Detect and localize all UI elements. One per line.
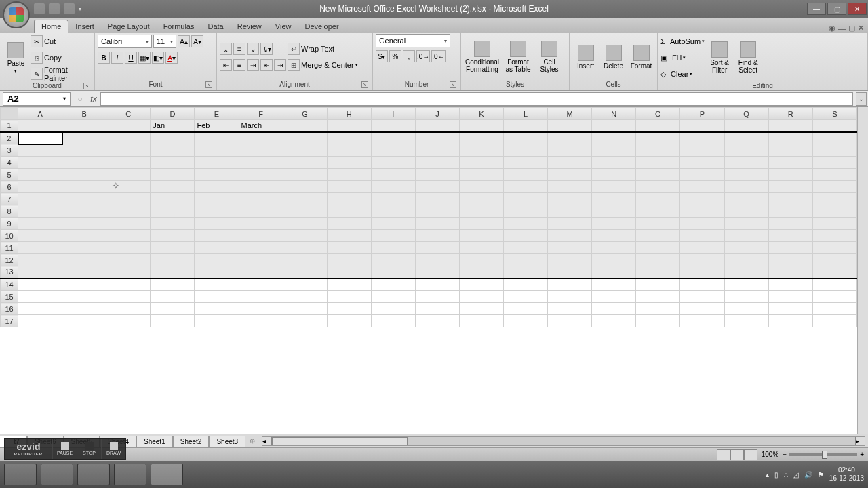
cell-M9[interactable] <box>548 218 592 230</box>
cell-K13[interactable] <box>459 266 503 279</box>
cell-F11[interactable] <box>239 242 283 254</box>
cell-H3[interactable] <box>327 144 371 157</box>
cell-Q6[interactable] <box>724 181 768 193</box>
cell-H10[interactable] <box>327 230 371 242</box>
cell-B11[interactable] <box>62 242 106 254</box>
cell-N17[interactable] <box>592 315 636 327</box>
cell-N16[interactable] <box>592 303 636 315</box>
accounting-format-button[interactable]: $▾ <box>376 50 388 62</box>
cell-S1[interactable] <box>812 120 856 132</box>
cell-G14[interactable] <box>283 279 327 291</box>
taskbar-ie-icon[interactable] <box>4 464 37 485</box>
cut-button[interactable]: ✂Cut <box>31 34 92 49</box>
underline-button[interactable]: U <box>125 52 137 64</box>
column-header-I[interactable]: I <box>371 108 415 120</box>
cell-S14[interactable] <box>812 279 856 291</box>
row-header-15[interactable]: 15 <box>1 291 18 303</box>
cell-H7[interactable] <box>327 193 371 205</box>
cell-K6[interactable] <box>459 181 503 193</box>
cell-G11[interactable] <box>283 242 327 254</box>
column-header-E[interactable]: E <box>195 108 239 120</box>
cell-J5[interactable] <box>415 169 459 181</box>
cell-L5[interactable] <box>504 169 548 181</box>
cell-H9[interactable] <box>327 218 371 230</box>
comma-format-button[interactable]: , <box>403 50 415 62</box>
cell-O10[interactable] <box>636 230 680 242</box>
column-header-G[interactable]: G <box>283 108 327 120</box>
cell-H14[interactable] <box>327 279 371 291</box>
paste-button[interactable]: Paste ▾ <box>3 41 29 75</box>
cell-Q8[interactable] <box>724 205 768 218</box>
cell-O9[interactable] <box>636 218 680 230</box>
cell-O7[interactable] <box>636 193 680 205</box>
cell-Q7[interactable] <box>724 193 768 205</box>
cell-B4[interactable] <box>62 157 106 169</box>
cell-B5[interactable] <box>62 169 106 181</box>
cell-R17[interactable] <box>768 315 812 327</box>
row-header-2[interactable]: 2 <box>1 132 18 144</box>
cell-M15[interactable] <box>548 291 592 303</box>
cell-R8[interactable] <box>768 205 812 218</box>
cell-E12[interactable] <box>195 254 239 266</box>
cell-P7[interactable] <box>680 193 724 205</box>
page-break-view-button[interactable] <box>744 449 757 460</box>
cell-K14[interactable] <box>459 279 503 291</box>
cell-A10[interactable] <box>18 230 62 242</box>
row-header-5[interactable]: 5 <box>1 169 18 181</box>
sheet-tab-sheet3[interactable]: Sheet3 <box>209 436 245 447</box>
vertical-scrollbar[interactable] <box>857 107 868 434</box>
cell-B13[interactable] <box>62 266 106 279</box>
cell-A14[interactable] <box>18 279 62 291</box>
cell-G7[interactable] <box>283 193 327 205</box>
cell-I12[interactable] <box>371 254 415 266</box>
cell-F16[interactable] <box>239 303 283 315</box>
sheet-tab-sheet2[interactable]: Sheet2 <box>173 436 210 447</box>
wrap-text-button[interactable]: ↩Wrap Text <box>288 41 358 56</box>
cell-I16[interactable] <box>371 303 415 315</box>
cell-D16[interactable] <box>151 303 195 315</box>
conditional-formatting-button[interactable]: Conditional Formatting <box>464 39 500 75</box>
font-name-select[interactable]: Calibri▾ <box>98 35 152 48</box>
cell-B17[interactable] <box>62 315 106 327</box>
cell-E13[interactable] <box>195 266 239 279</box>
clipboard-dialog-launcher[interactable]: ↘ <box>83 83 90 89</box>
cell-G6[interactable] <box>283 181 327 193</box>
tray-battery-icon[interactable]: ▯ <box>774 471 778 479</box>
cell-H12[interactable] <box>327 254 371 266</box>
cell-F2[interactable] <box>239 132 283 144</box>
align-right-button[interactable]: ⇥ <box>247 59 259 71</box>
cell-styles-button[interactable]: Cell Styles <box>536 39 563 75</box>
cell-P3[interactable] <box>680 144 724 157</box>
cell-J17[interactable] <box>415 315 459 327</box>
cell-O8[interactable] <box>636 205 680 218</box>
cell-G3[interactable] <box>283 144 327 157</box>
cell-B3[interactable] <box>62 144 106 157</box>
cell-F14[interactable] <box>239 279 283 291</box>
cell-E9[interactable] <box>195 218 239 230</box>
ribbon-minimize-icon[interactable]: — <box>838 24 846 33</box>
maximize-button[interactable]: ▢ <box>827 3 846 15</box>
ezvid-stop-button[interactable]: STOP <box>77 439 101 459</box>
cell-H15[interactable] <box>327 291 371 303</box>
increase-font-button[interactable]: A▴ <box>178 35 190 47</box>
cell-G2[interactable] <box>283 132 327 144</box>
cell-C1[interactable] <box>106 120 151 132</box>
cell-J11[interactable] <box>415 242 459 254</box>
cell-Q11[interactable] <box>724 242 768 254</box>
cell-P11[interactable] <box>680 242 724 254</box>
row-header-4[interactable]: 4 <box>1 157 18 169</box>
cell-L16[interactable] <box>504 303 548 315</box>
cell-B10[interactable] <box>62 230 106 242</box>
cell-F12[interactable] <box>239 254 283 266</box>
column-header-R[interactable]: R <box>768 108 812 120</box>
font-size-select[interactable]: 11▾ <box>153 35 176 48</box>
cell-D3[interactable] <box>151 144 195 157</box>
cell-Q1[interactable] <box>724 120 768 132</box>
cell-C8[interactable] <box>106 205 151 218</box>
normal-view-button[interactable] <box>717 449 730 460</box>
cell-G10[interactable] <box>283 230 327 242</box>
cell-O6[interactable] <box>636 181 680 193</box>
cell-I4[interactable] <box>371 157 415 169</box>
cancel-formula-icon[interactable]: ○ <box>73 92 87 106</box>
cell-L2[interactable] <box>504 132 548 144</box>
